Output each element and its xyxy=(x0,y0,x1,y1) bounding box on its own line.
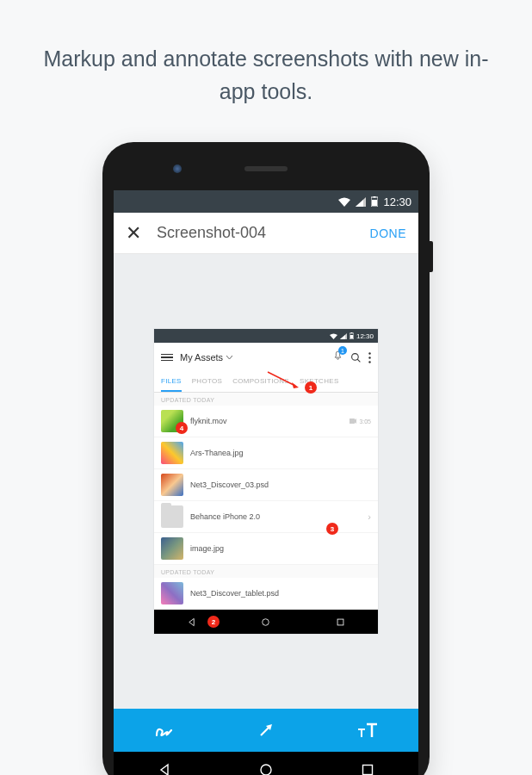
screenshot-preview: 1 4 3 2 12:30 My Assets xyxy=(154,329,378,634)
file-row[interactable]: Behance iPhone 2.0 › xyxy=(154,501,378,533)
svg-line-9 xyxy=(357,359,360,362)
notification-badge: 1 xyxy=(338,346,347,355)
battery-icon xyxy=(350,332,354,339)
file-name: flyknit.mov xyxy=(190,417,343,425)
file-thumbnail xyxy=(161,442,183,464)
back-icon[interactable] xyxy=(187,617,196,627)
svg-point-11 xyxy=(368,356,370,358)
screenshot-title: Screenshot-004 xyxy=(157,224,370,242)
battery-icon xyxy=(371,196,378,207)
phone-power-button xyxy=(430,241,433,272)
file-row[interactable]: Net3_Discover_tablet.psd xyxy=(154,578,378,610)
home-icon[interactable] xyxy=(261,617,270,627)
svg-point-12 xyxy=(368,361,370,363)
outer-statusbar: 12:30 xyxy=(114,190,418,213)
phone-frame: 12:30 ✕ Screenshot-004 DONE 1 4 3 2 xyxy=(102,142,430,775)
more-icon[interactable] xyxy=(368,352,371,363)
file-row[interactable]: Net3_Discover_03.psd xyxy=(154,469,378,501)
file-name: image.jpg xyxy=(190,544,371,553)
svg-rect-13 xyxy=(350,418,355,424)
annotation-marker-2[interactable]: 2 xyxy=(207,616,220,628)
file-name: Net3_Discover_tablet.psd xyxy=(190,589,371,598)
arrow-tool-button[interactable] xyxy=(215,709,317,752)
svg-point-14 xyxy=(263,618,269,625)
svg-rect-19 xyxy=(363,766,373,775)
video-icon xyxy=(350,418,356,424)
signal-icon xyxy=(340,333,347,339)
svg-line-3 xyxy=(268,372,295,386)
file-thumbnail xyxy=(161,474,183,496)
file-duration: 3:05 xyxy=(350,418,371,425)
text-icon xyxy=(356,722,379,738)
svg-point-18 xyxy=(261,765,271,775)
phone-camera xyxy=(173,164,182,173)
markup-toolbar xyxy=(114,709,418,752)
phone-screen: 12:30 ✕ Screenshot-004 DONE 1 4 3 2 xyxy=(114,190,418,775)
file-thumbnail xyxy=(161,537,183,560)
file-thumbnail xyxy=(161,582,183,604)
inner-android-navbar xyxy=(154,610,378,634)
chevron-down-icon xyxy=(226,356,232,359)
done-button[interactable]: DONE xyxy=(370,226,406,240)
text-tool-button[interactable] xyxy=(317,709,418,752)
file-name: Ars-Thanea.jpg xyxy=(190,449,371,457)
section-header: UPDATED TODAY xyxy=(154,393,378,406)
annotation-marker-1[interactable]: 1 xyxy=(305,381,317,394)
file-name: Net3_Discover_03.psd xyxy=(190,480,371,489)
android-navbar xyxy=(114,752,418,775)
svg-rect-6 xyxy=(350,332,352,333)
tab-files[interactable]: FILES xyxy=(161,372,182,392)
close-icon[interactable]: ✕ xyxy=(126,222,141,245)
wifi-icon xyxy=(330,333,337,339)
folder-icon xyxy=(161,505,183,528)
file-row[interactable]: image.jpg xyxy=(154,533,378,565)
file-name: Behance iPhone 2.0 xyxy=(190,512,361,521)
svg-rect-15 xyxy=(337,619,343,625)
home-icon[interactable] xyxy=(259,763,273,775)
scribble-icon xyxy=(154,722,175,739)
file-row[interactable]: flyknit.mov 3:05 xyxy=(154,406,378,437)
arrow-annotation xyxy=(266,370,300,389)
chevron-right-icon: › xyxy=(368,512,371,522)
svg-rect-1 xyxy=(374,196,376,198)
section-header: UPDATED TODAY xyxy=(154,565,378,578)
signal-icon xyxy=(356,197,366,207)
back-icon[interactable] xyxy=(158,763,171,775)
wifi-icon xyxy=(338,197,350,207)
status-time: 12:30 xyxy=(383,195,411,208)
editor-canvas[interactable]: 1 4 3 2 12:30 My Assets xyxy=(114,254,418,709)
marketing-headline: Markup and annotate screenshots with new… xyxy=(0,0,532,142)
app-bar: ✕ Screenshot-004 DONE xyxy=(114,213,418,254)
draw-tool-button[interactable] xyxy=(114,709,215,752)
tab-photos[interactable]: PHOTOS xyxy=(192,372,222,392)
annotation-marker-3[interactable]: 3 xyxy=(326,523,338,535)
svg-rect-7 xyxy=(350,335,354,338)
recents-icon[interactable] xyxy=(361,763,374,775)
inner-status-time: 12:30 xyxy=(356,332,374,340)
svg-marker-4 xyxy=(292,382,299,388)
recents-icon[interactable] xyxy=(336,617,345,627)
svg-point-8 xyxy=(352,353,359,360)
file-row[interactable]: Ars-Thanea.jpg xyxy=(154,437,378,469)
svg-rect-2 xyxy=(372,200,377,206)
search-icon[interactable] xyxy=(350,352,362,363)
inner-title[interactable]: My Assets xyxy=(180,352,325,363)
inner-app-bar: My Assets 1 xyxy=(154,343,378,372)
arrow-icon xyxy=(257,721,275,740)
menu-icon[interactable] xyxy=(161,354,173,362)
annotation-marker-4[interactable]: 4 xyxy=(176,422,188,434)
svg-point-10 xyxy=(368,352,370,354)
notifications-button[interactable]: 1 xyxy=(332,350,343,365)
inner-statusbar: 12:30 xyxy=(154,329,378,343)
